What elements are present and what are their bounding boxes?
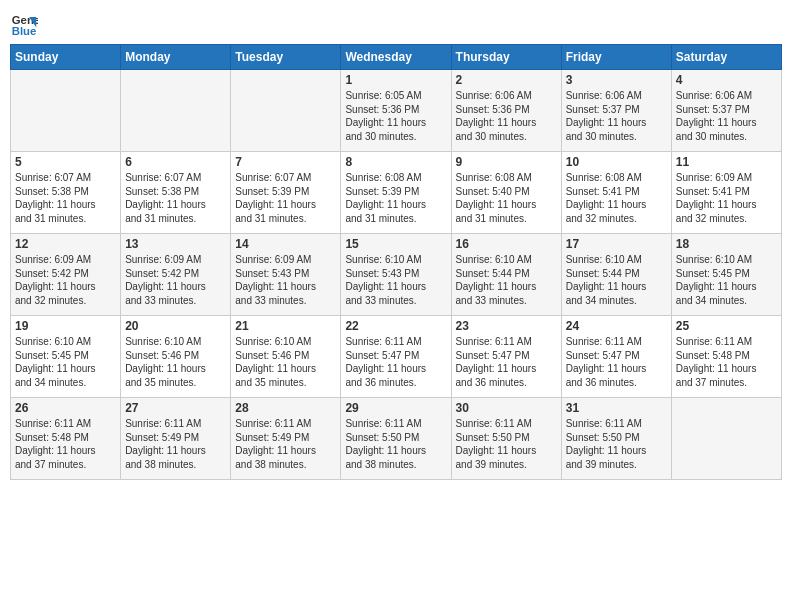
- logo: General Blue: [10, 10, 42, 38]
- day-cell: 10Sunrise: 6:08 AM Sunset: 5:41 PM Dayli…: [561, 152, 671, 234]
- day-number: 27: [125, 401, 226, 415]
- day-number: 16: [456, 237, 557, 251]
- logo-icon: General Blue: [10, 10, 38, 38]
- day-info: Sunrise: 6:06 AM Sunset: 5:37 PM Dayligh…: [676, 89, 777, 143]
- day-info: Sunrise: 6:07 AM Sunset: 5:38 PM Dayligh…: [15, 171, 116, 225]
- day-number: 4: [676, 73, 777, 87]
- day-cell: 14Sunrise: 6:09 AM Sunset: 5:43 PM Dayli…: [231, 234, 341, 316]
- day-cell: [11, 70, 121, 152]
- day-info: Sunrise: 6:11 AM Sunset: 5:47 PM Dayligh…: [566, 335, 667, 389]
- day-number: 23: [456, 319, 557, 333]
- day-info: Sunrise: 6:09 AM Sunset: 5:42 PM Dayligh…: [125, 253, 226, 307]
- day-number: 10: [566, 155, 667, 169]
- day-number: 29: [345, 401, 446, 415]
- day-cell: 8Sunrise: 6:08 AM Sunset: 5:39 PM Daylig…: [341, 152, 451, 234]
- svg-text:Blue: Blue: [12, 25, 37, 37]
- day-cell: 22Sunrise: 6:11 AM Sunset: 5:47 PM Dayli…: [341, 316, 451, 398]
- day-info: Sunrise: 6:09 AM Sunset: 5:41 PM Dayligh…: [676, 171, 777, 225]
- day-number: 31: [566, 401, 667, 415]
- day-number: 20: [125, 319, 226, 333]
- day-number: 24: [566, 319, 667, 333]
- day-cell: [231, 70, 341, 152]
- day-cell: 13Sunrise: 6:09 AM Sunset: 5:42 PM Dayli…: [121, 234, 231, 316]
- day-info: Sunrise: 6:10 AM Sunset: 5:46 PM Dayligh…: [125, 335, 226, 389]
- day-info: Sunrise: 6:10 AM Sunset: 5:43 PM Dayligh…: [345, 253, 446, 307]
- day-number: 12: [15, 237, 116, 251]
- day-cell: 28Sunrise: 6:11 AM Sunset: 5:49 PM Dayli…: [231, 398, 341, 480]
- day-cell: 31Sunrise: 6:11 AM Sunset: 5:50 PM Dayli…: [561, 398, 671, 480]
- day-info: Sunrise: 6:10 AM Sunset: 5:46 PM Dayligh…: [235, 335, 336, 389]
- day-info: Sunrise: 6:06 AM Sunset: 5:36 PM Dayligh…: [456, 89, 557, 143]
- day-info: Sunrise: 6:09 AM Sunset: 5:43 PM Dayligh…: [235, 253, 336, 307]
- day-number: 30: [456, 401, 557, 415]
- calendar-header: SundayMondayTuesdayWednesdayThursdayFrid…: [11, 45, 782, 70]
- day-number: 18: [676, 237, 777, 251]
- day-info: Sunrise: 6:11 AM Sunset: 5:47 PM Dayligh…: [456, 335, 557, 389]
- week-row-3: 12Sunrise: 6:09 AM Sunset: 5:42 PM Dayli…: [11, 234, 782, 316]
- header-cell-saturday: Saturday: [671, 45, 781, 70]
- week-row-2: 5Sunrise: 6:07 AM Sunset: 5:38 PM Daylig…: [11, 152, 782, 234]
- day-cell: 16Sunrise: 6:10 AM Sunset: 5:44 PM Dayli…: [451, 234, 561, 316]
- day-info: Sunrise: 6:10 AM Sunset: 5:45 PM Dayligh…: [15, 335, 116, 389]
- day-number: 1: [345, 73, 446, 87]
- day-number: 14: [235, 237, 336, 251]
- day-info: Sunrise: 6:07 AM Sunset: 5:38 PM Dayligh…: [125, 171, 226, 225]
- day-cell: 9Sunrise: 6:08 AM Sunset: 5:40 PM Daylig…: [451, 152, 561, 234]
- day-info: Sunrise: 6:08 AM Sunset: 5:41 PM Dayligh…: [566, 171, 667, 225]
- day-cell: 21Sunrise: 6:10 AM Sunset: 5:46 PM Dayli…: [231, 316, 341, 398]
- day-cell: [121, 70, 231, 152]
- day-cell: 24Sunrise: 6:11 AM Sunset: 5:47 PM Dayli…: [561, 316, 671, 398]
- day-info: Sunrise: 6:08 AM Sunset: 5:39 PM Dayligh…: [345, 171, 446, 225]
- day-cell: 23Sunrise: 6:11 AM Sunset: 5:47 PM Dayli…: [451, 316, 561, 398]
- header-cell-monday: Monday: [121, 45, 231, 70]
- day-number: 7: [235, 155, 336, 169]
- day-info: Sunrise: 6:11 AM Sunset: 5:48 PM Dayligh…: [676, 335, 777, 389]
- day-number: 19: [15, 319, 116, 333]
- week-row-1: 1Sunrise: 6:05 AM Sunset: 5:36 PM Daylig…: [11, 70, 782, 152]
- day-cell: 2Sunrise: 6:06 AM Sunset: 5:36 PM Daylig…: [451, 70, 561, 152]
- day-cell: 6Sunrise: 6:07 AM Sunset: 5:38 PM Daylig…: [121, 152, 231, 234]
- day-number: 8: [345, 155, 446, 169]
- day-info: Sunrise: 6:11 AM Sunset: 5:47 PM Dayligh…: [345, 335, 446, 389]
- day-cell: 15Sunrise: 6:10 AM Sunset: 5:43 PM Dayli…: [341, 234, 451, 316]
- day-info: Sunrise: 6:05 AM Sunset: 5:36 PM Dayligh…: [345, 89, 446, 143]
- day-cell: 4Sunrise: 6:06 AM Sunset: 5:37 PM Daylig…: [671, 70, 781, 152]
- day-number: 2: [456, 73, 557, 87]
- day-number: 22: [345, 319, 446, 333]
- day-cell: 12Sunrise: 6:09 AM Sunset: 5:42 PM Dayli…: [11, 234, 121, 316]
- calendar-table: SundayMondayTuesdayWednesdayThursdayFrid…: [10, 44, 782, 480]
- day-info: Sunrise: 6:11 AM Sunset: 5:49 PM Dayligh…: [125, 417, 226, 471]
- day-number: 9: [456, 155, 557, 169]
- day-number: 17: [566, 237, 667, 251]
- day-info: Sunrise: 6:10 AM Sunset: 5:44 PM Dayligh…: [566, 253, 667, 307]
- day-cell: 30Sunrise: 6:11 AM Sunset: 5:50 PM Dayli…: [451, 398, 561, 480]
- header-cell-sunday: Sunday: [11, 45, 121, 70]
- day-info: Sunrise: 6:11 AM Sunset: 5:50 PM Dayligh…: [566, 417, 667, 471]
- header-row: SundayMondayTuesdayWednesdayThursdayFrid…: [11, 45, 782, 70]
- day-number: 25: [676, 319, 777, 333]
- day-cell: 11Sunrise: 6:09 AM Sunset: 5:41 PM Dayli…: [671, 152, 781, 234]
- day-cell: 7Sunrise: 6:07 AM Sunset: 5:39 PM Daylig…: [231, 152, 341, 234]
- day-number: 13: [125, 237, 226, 251]
- day-number: 15: [345, 237, 446, 251]
- day-number: 3: [566, 73, 667, 87]
- header-cell-thursday: Thursday: [451, 45, 561, 70]
- day-info: Sunrise: 6:10 AM Sunset: 5:44 PM Dayligh…: [456, 253, 557, 307]
- calendar-body: 1Sunrise: 6:05 AM Sunset: 5:36 PM Daylig…: [11, 70, 782, 480]
- day-info: Sunrise: 6:11 AM Sunset: 5:49 PM Dayligh…: [235, 417, 336, 471]
- header-cell-tuesday: Tuesday: [231, 45, 341, 70]
- day-number: 21: [235, 319, 336, 333]
- day-cell: 29Sunrise: 6:11 AM Sunset: 5:50 PM Dayli…: [341, 398, 451, 480]
- day-cell: 27Sunrise: 6:11 AM Sunset: 5:49 PM Dayli…: [121, 398, 231, 480]
- day-cell: 3Sunrise: 6:06 AM Sunset: 5:37 PM Daylig…: [561, 70, 671, 152]
- day-cell: 5Sunrise: 6:07 AM Sunset: 5:38 PM Daylig…: [11, 152, 121, 234]
- day-info: Sunrise: 6:11 AM Sunset: 5:50 PM Dayligh…: [345, 417, 446, 471]
- day-cell: 26Sunrise: 6:11 AM Sunset: 5:48 PM Dayli…: [11, 398, 121, 480]
- day-cell: 17Sunrise: 6:10 AM Sunset: 5:44 PM Dayli…: [561, 234, 671, 316]
- day-number: 28: [235, 401, 336, 415]
- day-info: Sunrise: 6:10 AM Sunset: 5:45 PM Dayligh…: [676, 253, 777, 307]
- header-cell-friday: Friday: [561, 45, 671, 70]
- day-number: 6: [125, 155, 226, 169]
- day-cell: 19Sunrise: 6:10 AM Sunset: 5:45 PM Dayli…: [11, 316, 121, 398]
- header-cell-wednesday: Wednesday: [341, 45, 451, 70]
